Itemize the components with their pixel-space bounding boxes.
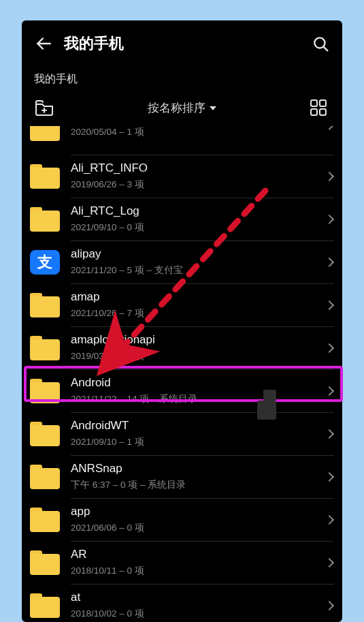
- svg-rect-6: [320, 100, 326, 106]
- folder-icon: [30, 593, 60, 618]
- divider: [71, 326, 334, 327]
- grid-view-icon[interactable]: [310, 99, 330, 116]
- folder-name: at: [71, 591, 326, 604]
- chevron-right-icon: [325, 343, 334, 352]
- page-title: 我的手机: [64, 33, 311, 54]
- folder-name: AR: [71, 548, 326, 561]
- folder-subtitle: 下午 6:37 – 0 项 – 系统目录: [71, 479, 326, 491]
- folder-icon: [30, 379, 60, 403]
- folder-row[interactable]: ANRSnap下午 6:37 – 0 项 – 系统目录: [22, 455, 342, 498]
- folder-icon: [30, 293, 60, 317]
- divider: [71, 240, 334, 241]
- folder-icon: [30, 164, 60, 189]
- folder-text: Android2021/11/22 – 14 项 – 系统目录: [71, 376, 326, 405]
- folder-row[interactable]: Ali_RTC_Log2021/09/10 – 0 项: [22, 198, 342, 240]
- folder-text: Ali_RTC_Log2021/09/10 – 0 项: [71, 204, 326, 233]
- caret-down-icon: [210, 106, 216, 110]
- divider: [71, 412, 334, 413]
- folder-subtitle: 2021/11/20 – 5 项 – 支付宝: [71, 264, 326, 277]
- folder-name: ANRSnap: [71, 462, 326, 476]
- divider: [71, 498, 334, 499]
- search-icon[interactable]: [311, 34, 330, 53]
- svg-rect-5: [311, 100, 317, 106]
- svg-line-2: [324, 47, 327, 50]
- svg-rect-8: [320, 109, 326, 115]
- chevron-right-icon: [325, 600, 334, 610]
- folder-name: amaplocationapi: [71, 333, 326, 347]
- folder-row[interactable]: amap2021/10/26 – 7 项: [22, 283, 342, 326]
- folder-row[interactable]: 支alipay2021/11/20 – 5 项 – 支付宝: [22, 240, 342, 283]
- chevron-right-icon: [325, 514, 334, 524]
- folder-text: amaplocationapi2019/03/30 – 1 项: [71, 333, 326, 362]
- folder-row[interactable]: at2018/10/02 – 0 项: [22, 584, 342, 622]
- chevron-right-icon: [325, 300, 334, 309]
- alipay-icon: 支: [30, 250, 60, 275]
- folder-icon: [30, 465, 60, 489]
- folder-name: amap: [71, 290, 326, 304]
- divider: [71, 584, 334, 585]
- folder-icon: [30, 422, 60, 446]
- divider: [71, 283, 334, 284]
- folder-text: amap2021/10/26 – 7 项: [71, 290, 326, 319]
- folder-text: AR2018/10/11 – 0 项: [71, 548, 326, 576]
- chevron-right-icon: [325, 471, 334, 481]
- folder-row[interactable]: AndroidWT2021/09/10 – 1 项: [22, 412, 342, 455]
- folder-text: ANRSnap下午 6:37 – 0 项 – 系统目录: [71, 462, 326, 491]
- back-icon[interactable]: [34, 34, 53, 53]
- folder-row[interactable]: Android2021/11/22 – 14 项 – 系统目录: [22, 369, 342, 412]
- folder-subtitle: 2019/03/30 – 1 项: [71, 350, 326, 362]
- folder-icon: [30, 126, 60, 141]
- folder-text: 2020/05/04 – 1 项: [71, 126, 326, 138]
- folder-name: Android: [71, 376, 326, 390]
- chevron-right-icon: [325, 214, 334, 223]
- folder-icon: [30, 508, 60, 532]
- folder-name: Ali_RTC_INFO: [71, 161, 326, 175]
- chevron-right-icon: [325, 429, 334, 438]
- sort-label: 按名称排序: [148, 100, 205, 116]
- divider: [71, 455, 334, 456]
- folder-text: AndroidWT2021/09/10 – 1 项: [71, 419, 326, 448]
- folder-text: alipay2021/11/20 – 5 项 – 支付宝: [71, 247, 326, 276]
- chevron-right-icon: [325, 126, 334, 130]
- folder-name: AndroidWT: [71, 419, 326, 433]
- folder-subtitle: 2021/06/06 – 0 项: [71, 522, 326, 534]
- chevron-right-icon: [325, 386, 334, 395]
- divider: [71, 155, 334, 155]
- folder-row[interactable]: AR2018/10/11 – 0 项: [22, 541, 342, 584]
- folder-subtitle: 2021/09/10 – 0 项: [71, 221, 326, 234]
- folder-row[interactable]: app2021/06/06 – 0 项: [22, 498, 342, 541]
- file-manager-screen: 我的手机 我的手机 按名称排序: [22, 20, 342, 622]
- chevron-right-icon: [325, 171, 334, 181]
- divider: [71, 198, 334, 198]
- folder-subtitle: 2021/11/22 – 14 项 – 系统目录: [71, 393, 326, 405]
- folder-icon: [30, 550, 60, 575]
- folder-subtitle: 2019/06/26 – 3 项: [71, 178, 326, 191]
- folder-subtitle: 2018/10/11 – 0 项: [71, 565, 326, 577]
- folder-name: app: [71, 505, 326, 518]
- folder-subtitle: 2020/05/04 – 1 项: [71, 126, 326, 138]
- chevron-right-icon: [325, 257, 334, 266]
- folder-text: Ali_RTC_INFO2019/06/26 – 3 项: [71, 161, 326, 190]
- folder-list: 2020/05/04 – 1 项Ali_RTC_INFO2019/06/26 –…: [22, 126, 342, 622]
- sort-button[interactable]: 按名称排序: [148, 100, 216, 116]
- folder-text: at2018/10/02 – 0 项: [71, 591, 326, 619]
- folder-row[interactable]: Ali_RTC_INFO2019/06/26 – 3 项: [22, 155, 342, 198]
- divider: [71, 369, 334, 370]
- new-folder-icon[interactable]: [34, 99, 54, 116]
- folder-name: Ali_RTC_Log: [71, 204, 326, 218]
- breadcrumb[interactable]: 我的手机: [22, 67, 342, 99]
- folder-row[interactable]: 2020/05/04 – 1 项: [22, 126, 342, 155]
- divider: [71, 541, 334, 542]
- folder-row[interactable]: amaplocationapi2019/03/30 – 1 项: [22, 326, 342, 369]
- toolbar: 按名称排序: [22, 99, 342, 126]
- folder-name: alipay: [71, 247, 326, 261]
- folder-subtitle: 2018/10/02 – 0 项: [71, 608, 326, 620]
- svg-rect-7: [311, 109, 317, 115]
- folder-icon: [30, 207, 60, 232]
- folder-subtitle: 2021/10/26 – 7 项: [71, 307, 326, 320]
- header: 我的手机: [22, 20, 342, 67]
- chevron-right-icon: [325, 557, 334, 567]
- folder-text: app2021/06/06 – 0 项: [71, 505, 326, 533]
- folder-subtitle: 2021/09/10 – 1 项: [71, 436, 326, 448]
- folder-icon: [30, 336, 60, 360]
